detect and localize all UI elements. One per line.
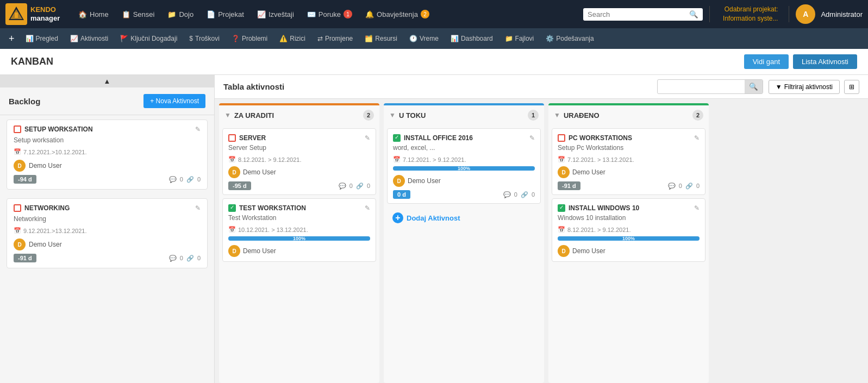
- task-checkbox-net[interactable]: [14, 204, 21, 212]
- nova-aktivnost-button[interactable]: + Nova Aktivnost: [143, 94, 205, 108]
- kanban-actions: ▼ Filtriraj aktivnosti ⊞: [769, 80, 859, 94]
- kanban-toolbar: Tabla aktivnosti 🔍 ▼ Filtriraj aktivnost…: [215, 75, 868, 99]
- progress-fill-office: 100%: [393, 166, 535, 171]
- vreme-icon: 🕐: [409, 35, 417, 42]
- edit-icon-pc-ws[interactable]: ✎: [694, 134, 700, 142]
- podesavanja-icon: ⚙️: [546, 35, 554, 42]
- add-activity-u-toku[interactable]: + Dodaj Aktivnost: [387, 207, 541, 229]
- logo-text: KENDO manager: [30, 5, 60, 22]
- nav-problemi[interactable]: ❓ Problemi: [226, 33, 273, 45]
- kanban-search-button[interactable]: 🔍: [745, 80, 763, 93]
- nav-dashboard[interactable]: 📊 Dashboard: [445, 33, 498, 45]
- page-title: KANBAN: [11, 56, 53, 67]
- card-meta-server: -95 d 💬 0 🔗 0: [228, 181, 370, 190]
- vidi-gant-button[interactable]: Vidi gant: [744, 54, 789, 69]
- task-checkbox-setup[interactable]: [14, 125, 21, 133]
- lista-aktivnosti-button[interactable]: Lista Aktivnosti: [793, 54, 857, 69]
- poruke-icon: ✉️: [307, 10, 316, 18]
- calendar-icon-server: 📅: [228, 156, 236, 163]
- kanban-search-input[interactable]: [658, 81, 745, 93]
- fajlovi-icon: 📁: [505, 35, 513, 42]
- layout-button[interactable]: ⊞: [844, 80, 859, 94]
- nav-dojo[interactable]: 📁 Dojo: [162, 7, 199, 22]
- edit-icon-office[interactable]: ✎: [529, 134, 535, 142]
- backlog-sidebar: ▲ Backlog + Nova Aktivnost SETUP WORKSAT…: [0, 75, 215, 383]
- card-server: SERVER ✎ Server Setup 📅 8.12.2021. > 9.1…: [222, 128, 376, 195]
- chevron-icon-u-toku[interactable]: ▼: [389, 111, 396, 119]
- nav-obavjestenja[interactable]: 🔔 Obavještenja 2: [360, 7, 435, 22]
- nav-vreme[interactable]: 🕐 Vreme: [404, 33, 444, 45]
- nav-poruke[interactable]: ✉️ Poruke 1: [302, 7, 358, 22]
- chevron-icon-za-uraditi[interactable]: ▼: [224, 111, 231, 119]
- edit-icon-server[interactable]: ✎: [365, 134, 370, 142]
- nav-home[interactable]: 🏠 Home: [73, 7, 114, 22]
- nav-promjene[interactable]: ⇄ Promjene: [312, 33, 358, 45]
- scroll-up-button[interactable]: ▲: [0, 75, 214, 87]
- card-footer-office: D Demo User: [393, 175, 535, 187]
- promjene-icon: ⇄: [317, 35, 323, 42]
- edit-icon-net[interactable]: ✎: [195, 204, 201, 212]
- add-activity-icon: +: [392, 212, 403, 223]
- task-desc-net: Networking: [14, 215, 201, 223]
- edit-icon-win[interactable]: ✎: [694, 204, 700, 212]
- card-footer-test-ws: D Demo User: [228, 245, 370, 257]
- backlog-task-networking: NETWORKING ✎ Networking 📅 9.12.2021.>13.…: [7, 198, 208, 268]
- edit-icon-test-ws[interactable]: ✎: [365, 204, 370, 212]
- nav-rizici[interactable]: ⚠️ Rizici: [274, 33, 311, 45]
- admin-name: Administrator: [821, 10, 863, 18]
- task-date-net: 📅 9.12.2021.>13.12.2021.: [14, 227, 201, 234]
- nav-sensei[interactable]: 📋 Sensei: [116, 7, 160, 22]
- user-avatar-server: D: [228, 166, 240, 178]
- task-user-net: D Demo User: [14, 238, 62, 250]
- nav-kljucni[interactable]: 🚩 Ključni Događaji: [115, 33, 183, 45]
- comment-icon-server: 💬: [339, 183, 346, 190]
- projekat-icon: 📄: [207, 10, 215, 18]
- col-label-uradjeno: URAĐENO: [564, 111, 600, 120]
- col-count-za-uraditi: 2: [363, 110, 374, 121]
- chevron-icon-uradjeno[interactable]: ▼: [554, 111, 560, 119]
- nav-podesavanja[interactable]: ⚙️ Podešavanja: [540, 33, 599, 45]
- card-date-win: 📅 8.12.2021. > 9.12.2021.: [558, 226, 700, 233]
- kanban-search-box: 🔍: [657, 79, 763, 94]
- col-body-za-uraditi: SERVER ✎ Server Setup 📅 8.12.2021. > 9.1…: [219, 125, 379, 383]
- nav-aktivnosti[interactable]: 📈 Aktivnosti: [65, 33, 114, 45]
- filtriraj-button[interactable]: ▼ Filtriraj aktivnosti: [769, 80, 840, 94]
- nav-fajlovi[interactable]: 📁 Fajlovi: [499, 33, 540, 45]
- nav-izvestaji[interactable]: 📈 Izveštaji: [252, 7, 299, 22]
- col-body-u-toku: INSTALL OFFICE 2016 ✎ word, excel, ... 📅…: [384, 125, 544, 383]
- link-icon-pc-ws: 🔗: [685, 183, 693, 190]
- days-badge-setup: -94 d: [14, 175, 36, 184]
- progress-bg-test-ws: 100%: [228, 236, 370, 241]
- card-checkbox-win[interactable]: [558, 204, 565, 212]
- pregled-icon: 📊: [26, 35, 34, 42]
- search-input[interactable]: [588, 10, 689, 18]
- nav-pregled[interactable]: 📊 Pregled: [20, 33, 64, 45]
- kanban-columns: ▼ ZA URADITI 2 SERVER ✎: [215, 99, 868, 383]
- card-date-server: 📅 8.12.2021. > 9.12.2021.: [228, 156, 370, 163]
- card-checkbox-office[interactable]: [393, 134, 401, 142]
- column-u-toku: ▼ U TOKU 1 INSTALL OFFICE 2016 ✎: [384, 103, 544, 383]
- card-checkbox-test-ws[interactable]: [228, 204, 236, 212]
- user-avatar-office: D: [393, 175, 405, 187]
- card-checkbox-server[interactable]: [228, 134, 236, 142]
- card-desc-win: Windows 10 installation: [558, 214, 700, 222]
- nav-troskovi[interactable]: $ Troškovi: [184, 33, 225, 45]
- card-user-office: D Demo User: [393, 175, 441, 187]
- edit-icon-setup[interactable]: ✎: [195, 125, 201, 133]
- kljucni-icon: 🚩: [120, 35, 128, 42]
- top-navigation: KENDO manager 🏠 Home 📋 Sensei 📁 Dojo 📄 P…: [0, 0, 868, 28]
- logo[interactable]: KENDO manager: [5, 3, 65, 25]
- nav-resursi[interactable]: 🗂️ Resursi: [359, 33, 403, 45]
- card-date-test-ws: 📅 10.12.2021. > 13.12.2021.: [228, 226, 370, 233]
- filter-icon: ▼: [776, 83, 782, 91]
- svg-rect-2: [15, 12, 18, 18]
- search-button[interactable]: 🔍: [689, 10, 698, 18]
- card-checkbox-pc-ws[interactable]: [558, 134, 565, 142]
- nav-projekat[interactable]: 📄 Projekat: [201, 7, 249, 22]
- progress-bg-win: 100%: [558, 236, 700, 241]
- add-button[interactable]: +: [4, 31, 19, 47]
- nav-divider2: [789, 6, 789, 22]
- link-icon-net: 🔗: [186, 255, 194, 262]
- izvestaji-icon: 📈: [257, 10, 266, 18]
- card-name-server: SERVER: [239, 134, 266, 142]
